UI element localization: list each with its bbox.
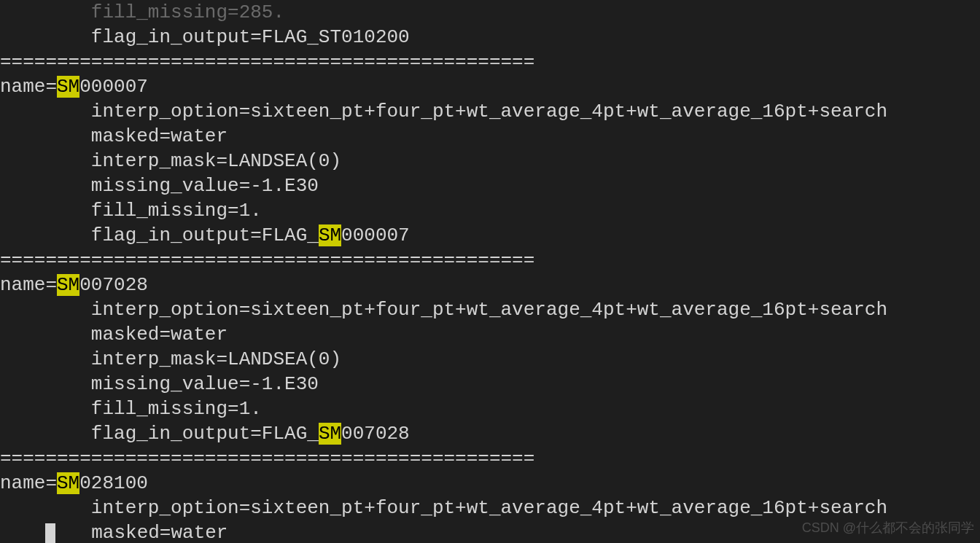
code-line: interp_mask=LANDSEA(0) xyxy=(0,348,341,370)
name-line: name=SM028100 xyxy=(0,472,148,494)
flag-line: flag_in_output=FLAG_SM007028 xyxy=(0,423,410,445)
name-suffix: 000007 xyxy=(79,76,148,98)
terminal-output[interactable]: fill_missing=285. flag_in_output=FLAG_ST… xyxy=(0,0,980,543)
code-line: masked=water xyxy=(0,125,228,147)
flag-prefix: flag_in_output=FLAG_ xyxy=(0,423,319,445)
highlight-sm: SM xyxy=(319,423,341,445)
name-prefix: name= xyxy=(0,76,57,98)
name-line: name=SM000007 xyxy=(0,76,148,98)
code-line: fill_missing=1. xyxy=(0,200,262,222)
highlight-sm: SM xyxy=(319,224,341,246)
highlight-sm: SM xyxy=(57,472,79,494)
separator-line: ========================================… xyxy=(0,448,534,469)
code-line: fill_missing=285. xyxy=(0,1,284,23)
name-prefix: name= xyxy=(0,472,57,494)
watermark-text: CSDN @什么都不会的张同学 xyxy=(802,515,974,540)
code-line: interp_mask=LANDSEA(0) xyxy=(0,150,341,172)
code-text: masked=water xyxy=(57,522,228,543)
flag-line: flag_in_output=FLAG_SM000007 xyxy=(0,224,410,246)
name-prefix: name= xyxy=(0,274,57,296)
code-line: flag_in_output=FLAG_ST010200 xyxy=(0,26,410,48)
code-line: masked=water xyxy=(0,324,228,345)
flag-suffix: 000007 xyxy=(341,224,410,246)
flag-suffix: 007028 xyxy=(341,423,410,445)
terminal-cursor xyxy=(45,523,55,543)
cursor-line: masked=water xyxy=(0,522,228,543)
code-line: fill_missing=1. xyxy=(0,398,262,420)
highlight-sm: SM xyxy=(57,76,79,98)
separator-line: ========================================… xyxy=(0,51,534,73)
highlight-sm: SM xyxy=(57,274,79,296)
name-suffix: 007028 xyxy=(79,274,148,296)
separator-line: ========================================… xyxy=(0,249,534,271)
code-line: missing_value=-1.E30 xyxy=(0,175,319,197)
name-suffix: 028100 xyxy=(79,472,148,494)
name-line: name=SM007028 xyxy=(0,274,148,296)
code-line: interp_option=sixteen_pt+four_pt+wt_aver… xyxy=(0,101,887,122)
indent xyxy=(0,522,45,543)
flag-prefix: flag_in_output=FLAG_ xyxy=(0,224,319,246)
code-line: interp_option=sixteen_pt+four_pt+wt_aver… xyxy=(0,299,887,321)
code-line: missing_value=-1.E30 xyxy=(0,373,319,395)
code-line: interp_option=sixteen_pt+four_pt+wt_aver… xyxy=(0,497,887,519)
